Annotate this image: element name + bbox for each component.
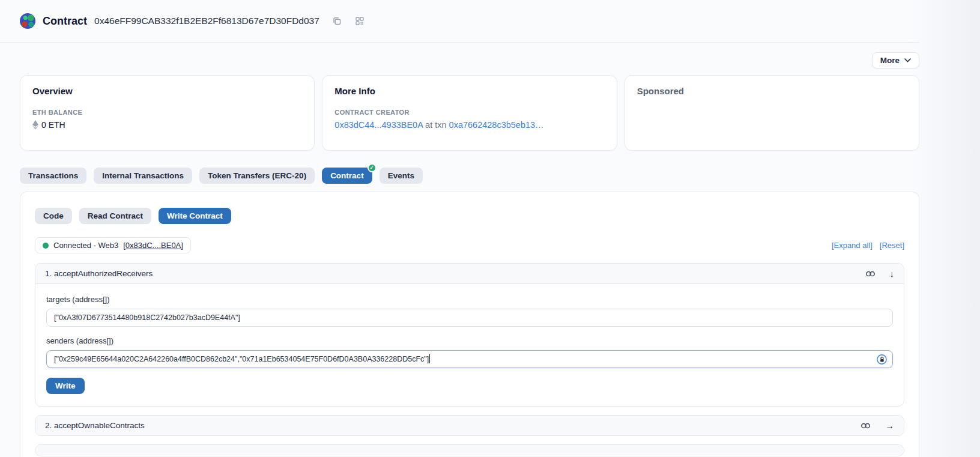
sponsored-card-title: Sponsored [637, 86, 907, 96]
header-divider [0, 42, 919, 43]
contract-panel: Code Read Contract Write Contract Connec… [20, 192, 919, 457]
targets-input-value: ["0xA3f07D6773514480b918C2742b027b3acD9E… [54, 313, 240, 322]
subtab-code[interactable]: Code [35, 208, 72, 224]
connected-status-dot-icon [43, 243, 49, 249]
method-3-header[interactable] [35, 445, 904, 456]
main-tabs: Transactions Internal Transactions Token… [20, 168, 919, 184]
targets-input[interactable]: ["0xA3f07D6773514480b918C2742b027b3acD9E… [46, 309, 893, 327]
contract-identicon-avatar [20, 13, 35, 29]
wallet-connect-status[interactable]: Connected - Web3 [0x83dC....BE0A] [35, 237, 191, 253]
permalink-icon[interactable] [861, 422, 871, 430]
qr-code-icon[interactable] [354, 16, 365, 26]
method-item-acceptOwnableContracts: 2. acceptOwnableContracts → [35, 415, 904, 436]
expand-all-link[interactable]: [Expand all] [832, 241, 873, 250]
more-button[interactable]: More [872, 52, 919, 68]
tab-contract-label: Contract [330, 171, 364, 180]
senders-field-label: senders (address[]) [46, 336, 893, 345]
subtab-write-contract[interactable]: Write Contract [159, 208, 231, 224]
creator-connector-text: at txn [425, 120, 446, 130]
ethereum-icon [32, 120, 38, 130]
eth-balance-value: 0 ETH [41, 120, 65, 130]
targets-field-label: targets (address[]) [46, 295, 893, 304]
contract-creator-label: CONTRACT CREATOR [334, 109, 604, 116]
connection-status-text: Connected - Web3 [53, 241, 118, 250]
overview-card: Overview ETH BALANCE 0 ETH [20, 75, 315, 151]
overview-card-title: Overview [32, 86, 302, 96]
write-button[interactable]: Write [46, 378, 85, 394]
subtab-read-contract[interactable]: Read Contract [79, 208, 151, 224]
more-info-card: More Info CONTRACT CREATOR 0x83dC44...49… [322, 75, 617, 151]
tab-events[interactable]: Events [380, 168, 423, 184]
sponsored-card: Sponsored [625, 75, 919, 151]
connected-wallet-link[interactable]: [0x83dC....BE0A] [123, 241, 183, 250]
method-1-header[interactable]: 1. acceptAuthorizedReceivers ↓ [35, 264, 904, 283]
more-info-card-title: More Info [334, 86, 604, 96]
more-button-label: More [880, 56, 900, 65]
senders-input-value: ["0x259c49E65644a020C2A642260a4ffB0CD862… [54, 355, 429, 363]
tab-token-transfers[interactable]: Token Transfers (ERC-20) [199, 168, 315, 184]
eth-balance-label: ETH BALANCE [32, 109, 302, 116]
tab-transactions[interactable]: Transactions [20, 168, 86, 184]
tab-contract[interactable]: Contract ✓ [322, 168, 372, 184]
summary-cards: Overview ETH BALANCE 0 ETH More Info CON… [20, 75, 919, 151]
contract-subtabs: Code Read Contract Write Contract [35, 208, 904, 224]
creator-address-link[interactable]: 0x83dC44...4933BE0A [334, 120, 423, 130]
chevron-down-icon [904, 58, 911, 62]
method-1-title: 1. acceptAuthorizedReceivers [45, 269, 153, 278]
contract-address: 0x46eFF99CAB332f1B2EB2Ff6813D67e7D30FDd0… [94, 16, 319, 26]
creation-txn-link[interactable]: 0xa7662428c3b5eb13… [449, 120, 544, 130]
copy-address-icon[interactable] [331, 16, 342, 26]
method-item-next [35, 444, 904, 456]
tab-internal-transactions[interactable]: Internal Transactions [94, 168, 192, 184]
password-manager-lock-icon[interactable] [877, 354, 887, 365]
permalink-icon[interactable] [865, 270, 876, 278]
method-1-body: targets (address[]) ["0xA3f07D6773514480… [35, 283, 904, 406]
method-item-acceptAuthorizedReceivers: 1. acceptAuthorizedReceivers ↓ targets (… [35, 263, 904, 407]
text-cursor [429, 354, 430, 363]
reset-link[interactable]: [Reset] [880, 241, 904, 250]
method-2-header[interactable]: 2. acceptOwnableContracts → [35, 416, 904, 435]
collapse-arrow-icon[interactable]: ↓ [890, 269, 895, 278]
page-title: Contract [43, 15, 87, 28]
verified-check-icon: ✓ [368, 163, 377, 172]
page-header: Contract 0x46eFF99CAB332f1B2EB2Ff6813D67… [0, 0, 980, 42]
expand-arrow-icon[interactable]: → [885, 421, 894, 430]
method-2-title: 2. acceptOwnableContracts [45, 421, 145, 430]
senders-input[interactable]: ["0x259c49E65644a020C2A642260a4ffB0CD862… [46, 350, 893, 368]
